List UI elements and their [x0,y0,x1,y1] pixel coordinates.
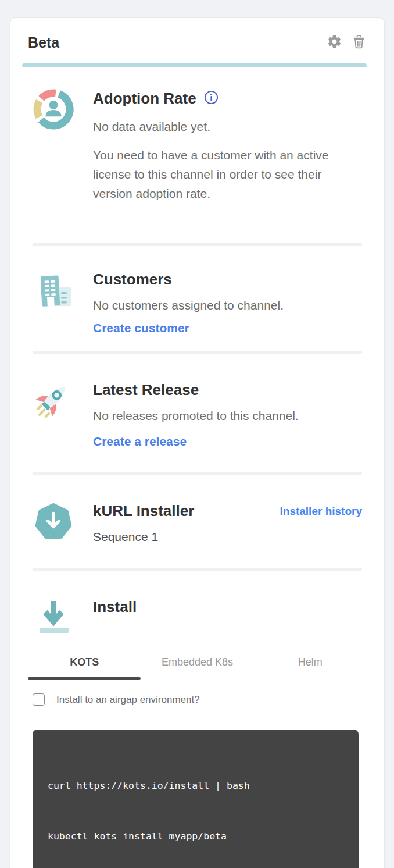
channel-settings-button[interactable] [327,34,342,51]
trash-icon [351,34,367,51]
install-command-block: curl https://kots.io/install | bash kube… [33,730,359,868]
adoption-empty-title: No data available yet. [93,118,362,135]
channel-title: Beta [28,33,59,52]
command-line: kubectl kots install myapp/beta [48,828,343,845]
header-actions [327,34,367,51]
section-kurl-installer: kURL Installer Installer history Sequenc… [28,475,367,568]
customers-title: Customers [93,271,172,288]
section-customers: Customers No customers assigned to chann… [28,246,367,351]
tab-embedded-k8s[interactable]: Embedded K8s [141,650,253,678]
kurl-installer-title: kURL Installer [93,501,194,521]
install-title: Install [93,598,137,616]
kurl-heptagon-download-icon [33,501,74,546]
gear-icon [327,34,342,51]
install-tabs: KOTS Embedded K8s Helm [28,650,367,678]
section-install: Install [28,571,367,639]
delete-channel-button[interactable] [351,34,367,51]
command-line: curl https://kots.io/install | bash [48,777,343,794]
channel-card: Beta [10,17,385,868]
card-header: Beta [28,33,367,52]
section-latest-release: Latest Release No releases promoted to t… [28,354,367,472]
buildings-icon [33,269,74,335]
tab-helm[interactable]: Helm [254,650,367,678]
adoption-rate-donut-icon [33,88,74,203]
installer-sequence: Sequence 1 [93,528,362,546]
installer-history-link[interactable]: Installer history [280,503,363,520]
adoption-empty-message: You need to have a customer with an acti… [93,145,362,203]
airgap-row: Install to an airgap environment? [28,693,367,706]
tab-kots[interactable]: KOTS [28,650,141,678]
airgap-checkbox-label[interactable]: Install to an airgap environment? [56,694,200,706]
info-icon[interactable] [203,90,219,108]
customers-empty-message: No customers assigned to channel. [93,297,362,314]
channel-accent-bar [22,63,367,67]
release-empty-message: No releases promoted to this channel. [93,407,362,424]
latest-release-title: Latest Release [93,381,199,399]
create-customer-link[interactable]: Create customer [93,321,189,335]
adoption-rate-title: Adoption Rate [93,88,196,109]
download-icon [33,597,74,639]
airgap-checkbox[interactable] [33,693,45,706]
section-adoption-rate: Adoption Rate No data available yet. You… [28,67,367,243]
rocket-icon [33,380,74,449]
create-release-link[interactable]: Create a release [93,435,187,449]
